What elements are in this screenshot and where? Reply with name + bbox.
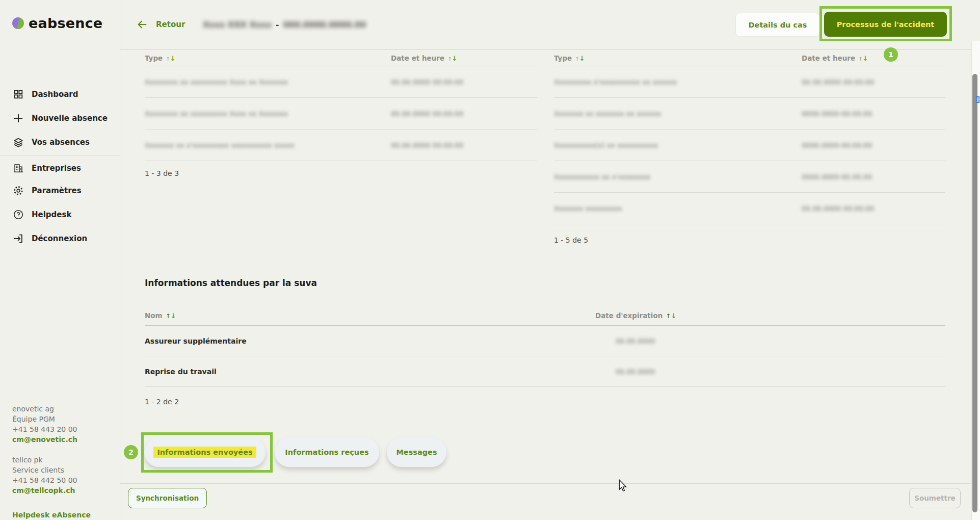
dashboard-grid-icon xyxy=(13,89,24,100)
table-row[interactable]: Xxxxxxxxx x'xxxxxxxxxx xx xxxxxx 00.00.0… xyxy=(554,66,945,98)
logout-icon xyxy=(13,233,24,244)
table-row[interactable]: Xxxxxxxxxx(x) xx xxxxxxxxxx 0000.0000-00… xyxy=(554,129,945,161)
table-row[interactable]: Reprise du travail 00.00.0000 xyxy=(145,356,945,387)
cell-date-redacted: 00.00.0000 00:00:00 xyxy=(802,78,945,86)
help-circle-icon xyxy=(13,209,24,220)
cell-type-redacted: Xxxxxxx xxxxxxxxx xyxy=(554,204,802,213)
cell-type-redacted: Xxxxxxx xx x'xxxxxxxxx xxxxxxxxxx xxxxx xyxy=(145,141,391,149)
sidebar-item-deconnexion[interactable]: Déconnexion xyxy=(13,232,87,245)
brand-name: eabsence xyxy=(29,15,102,31)
column-header-type: Type↑↓ xyxy=(554,54,802,62)
pagination-left-table: 1 - 3 de 3 xyxy=(145,169,179,177)
helpdesk-eabsence-link[interactable]: Helpdesk eAbsence xyxy=(12,510,91,520)
back-button[interactable]: Retour xyxy=(137,19,185,30)
table-body: Assureur supplémentaire 00.00.0000 Repri… xyxy=(145,326,945,387)
tab-informations-envoyees[interactable]: Informations envoyées xyxy=(144,437,266,467)
table-row[interactable]: Xxxxxxxx xx xxxxxxxxx Xxxx xx Xxxxxxx 00… xyxy=(145,66,537,98)
tab-processus-accident[interactable]: Processus de l'accident xyxy=(824,12,947,37)
sort-icon[interactable]: ↑↓ xyxy=(166,312,176,320)
sort-icon[interactable]: ↑↓ xyxy=(447,55,457,62)
soumettre-button-disabled[interactable]: Soumettre xyxy=(909,488,961,508)
cell-type-redacted: Xxxxxxxxx x'xxxxxxxxxx xx xxxxxx xyxy=(554,78,802,86)
sidebar-item-label: Vos absences xyxy=(32,138,90,147)
table-row[interactable]: Xxxxxxxx xx xxxxxxxxx Xxxx xx Xxxxxxx 00… xyxy=(145,98,537,129)
cell-date-redacted: 00.00.0000 00:00:00 xyxy=(391,78,537,86)
plus-icon xyxy=(13,113,24,124)
email-link-tellco[interactable]: cm@tellcopk.ch xyxy=(12,485,77,496)
cell-date-redacted: 0000.0000-00:00:00 xyxy=(802,141,945,149)
cell-date-redacted: 0000.0000-00.00.00 xyxy=(802,173,945,181)
sidebar-item-label: Entreprises xyxy=(32,164,81,173)
mouse-cursor xyxy=(619,479,627,494)
scroll-position-marker xyxy=(976,96,979,103)
contact-line: enovetic ag xyxy=(12,404,77,414)
cell-expiration-redacted: 00.00.0000 xyxy=(595,368,945,376)
sidebar-item-parametres[interactable]: Paramètres xyxy=(13,185,82,197)
building-icon xyxy=(13,163,24,174)
tab-informations-recues[interactable]: Informations reçues xyxy=(275,437,379,467)
sidebar-divider xyxy=(0,155,120,155)
tab-details-du-cas[interactable]: Details du cas xyxy=(735,13,820,37)
gear-icon xyxy=(13,185,24,196)
cell-expiration-redacted: 00.00.0000 xyxy=(595,337,945,345)
sidebar-item-label: Déconnexion xyxy=(32,234,87,243)
case-number-redacted: 000.0000.0000.00 xyxy=(283,20,366,30)
sidebar-item-label: Helpdesk xyxy=(32,210,71,219)
annotation-badge-2: 2 xyxy=(124,445,138,459)
table-body: Xxxxxxxx xx xxxxxxxxx Xxxx xx Xxxxxxx 00… xyxy=(145,66,537,161)
contact-line: +41 58 442 50 00 xyxy=(12,475,77,485)
brand-logo: eabsence xyxy=(12,15,102,31)
pagination-right-table: 1 - 5 de 5 xyxy=(554,236,588,244)
cell-type-redacted: Xxxxxxxx xx xxxxxxxxx Xxxx xx Xxxxxxx xyxy=(145,110,391,118)
column-header-date: Date et heure↑↓ xyxy=(391,54,537,62)
column-header-type: Type↑↓ xyxy=(145,54,391,62)
sort-icon[interactable]: ↑↓ xyxy=(666,312,676,320)
sidebar-item-label: Nouvelle absence xyxy=(32,114,108,123)
tab-messages[interactable]: Messages xyxy=(387,437,446,467)
scrollbar-thumb[interactable] xyxy=(972,74,977,512)
suva-section-title: Informations attendues par la suva xyxy=(145,278,317,288)
sidebar-item-dashboard[interactable]: Dashboard xyxy=(13,88,78,100)
sidebar: eabsence Dashboard Nouvelle absence Vos … xyxy=(0,0,120,520)
cell-name: Reprise du travail xyxy=(145,368,595,376)
sidebar-item-entreprises[interactable]: Entreprises xyxy=(13,162,81,174)
table-row[interactable]: Xxxxxxx xx xxxxxxx xx xxxxxx 0000.0000-0… xyxy=(554,98,945,129)
sidebar-item-label: Paramètres xyxy=(32,186,82,195)
contact-line: tellco pk xyxy=(12,455,77,465)
sidebar-contact-tellco: tellco pk Service clients +41 58 442 50 … xyxy=(12,455,77,496)
email-link-enovetic[interactable]: cm@enovetic.ch xyxy=(12,434,77,445)
eabsence-app: eabsence Dashboard Nouvelle absence Vos … xyxy=(0,0,980,520)
case-title-separator: - xyxy=(276,20,279,30)
back-label: Retour xyxy=(156,20,185,29)
sidebar-item-vos-absences[interactable]: Vos absences xyxy=(13,136,90,148)
cell-date-redacted: 00.00.0000 00:00:00 xyxy=(391,141,537,149)
case-title: Xxxx XXX Xxxx - 000.0000.0000.00 xyxy=(203,20,366,30)
layers-icon xyxy=(13,137,24,148)
cell-type-redacted: Xxxxxxxx xx xxxxxxxxx Xxxx xx Xxxxxxx xyxy=(145,78,391,86)
table-row[interactable]: Xxxxxxx xx x'xxxxxxxxx xxxxxxxxxx xxxxx … xyxy=(145,129,537,161)
sort-icon[interactable]: ↑↓ xyxy=(575,55,585,62)
sidebar-item-helpdesk[interactable]: Helpdesk xyxy=(13,209,71,221)
column-header-nom: Nom↑↓ xyxy=(145,311,595,320)
table-row[interactable]: Xxxxxxx xxxxxxxxx 00.00.0000 00:00:00 xyxy=(554,193,945,224)
suva-table: Nom↑↓ Date d'expiration↑↓ Assureur suppl… xyxy=(145,306,945,387)
tab-label-highlighted: Informations envoyées xyxy=(153,447,256,458)
column-header-date: Date et heure↑↓ xyxy=(802,54,945,62)
sidebar-item-nouvelle-absence[interactable]: Nouvelle absence xyxy=(13,112,108,124)
arrow-left-icon xyxy=(137,19,148,30)
column-header-expiration: Date d'expiration↑↓ xyxy=(595,311,945,320)
contact-line: Service clients xyxy=(12,465,77,475)
sidebar-item-label: Dashboard xyxy=(32,90,78,99)
pagination-suva-table: 1 - 2 de 2 xyxy=(145,398,179,406)
table-row[interactable]: Assureur supplémentaire 00.00.0000 xyxy=(145,326,945,356)
synchronisation-button[interactable]: Synchronisation xyxy=(128,488,207,508)
table-row[interactable]: Xxxxxxxxxxx xx x'xxxxxxxx 0000.0000-00.0… xyxy=(554,161,945,193)
sort-icon[interactable]: ↑↓ xyxy=(858,55,868,62)
brand-logo-icon xyxy=(12,17,24,29)
contact-line: Équipe PGM xyxy=(12,414,77,424)
annotation-badge-1: 1 xyxy=(884,47,898,62)
sort-icon[interactable]: ↑↓ xyxy=(166,55,175,62)
bottom-divider xyxy=(120,483,980,484)
sidebar-contact-enovetic: enovetic ag Équipe PGM +41 58 443 20 00 … xyxy=(12,404,77,445)
table-body: Xxxxxxxxx x'xxxxxxxxxx xx xxxxxx 00.00.0… xyxy=(554,66,945,224)
